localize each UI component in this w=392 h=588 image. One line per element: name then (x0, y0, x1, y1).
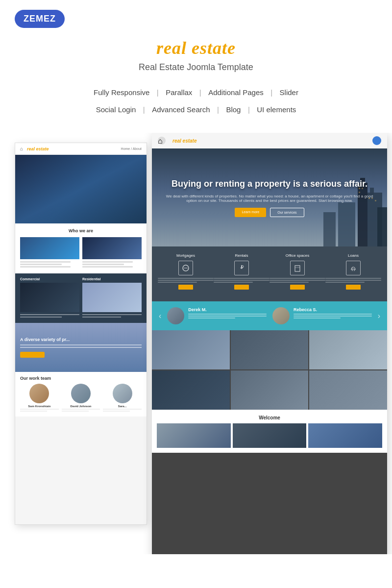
loans-icon (346, 261, 361, 275)
service-title-mortgages: Mortgages (158, 253, 214, 258)
parallax-sub-2 (20, 347, 142, 348)
left-who-title: Who we are (20, 228, 142, 233)
residential-label: Residential (82, 277, 142, 281)
left-res-text (82, 314, 142, 318)
left-text-line (20, 264, 62, 265)
text-line (82, 314, 142, 315)
testimonial-text-line (294, 314, 372, 315)
left-team: Our work team Sam Kronshtain David Johns… (15, 372, 147, 416)
text-line (20, 317, 62, 318)
svg-rect-4 (338, 202, 355, 246)
sep-4: | (143, 105, 145, 114)
member-text (62, 409, 100, 410)
text-line (270, 278, 325, 279)
testimonial-avatar-1 (167, 307, 184, 324)
right-nav: ⌂ real estate (152, 133, 387, 148)
left-hero (15, 155, 147, 223)
testimonial-avatar-2 (272, 307, 290, 324)
testimonial-name-1: Derek M. (188, 307, 267, 312)
parallax-title: A diverse variety of pr... (20, 337, 142, 342)
testimonial-content-2: Rebecca S. (294, 307, 372, 319)
member-name-1: Sam Kronshtain (20, 405, 59, 408)
left-hero-image (15, 155, 147, 223)
team-member-2: David Johnson (62, 384, 100, 413)
left-parallax: A diverse variety of pr... (15, 323, 147, 372)
office-btn[interactable] (290, 285, 305, 290)
left-text-group-2 (82, 261, 142, 268)
member-text (20, 411, 47, 412)
sep-5: | (217, 105, 219, 114)
text-line (214, 278, 270, 279)
gallery-img-4 (152, 370, 230, 410)
testimonials-section: ‹ Derek M. Rebecca S. › (152, 301, 387, 330)
text-line (158, 282, 197, 283)
svg-rect-16 (295, 266, 300, 271)
text-line (158, 278, 214, 279)
parallax-btn[interactable] (20, 352, 45, 358)
left-col-2 (82, 237, 142, 269)
gallery-img-5 (231, 370, 309, 410)
team-member-3: Sara... (103, 384, 142, 413)
rentals-text (214, 278, 270, 283)
welcome-img-3 (308, 423, 382, 448)
team-row: Sam Kronshtain David Johnson Sara... (20, 384, 142, 413)
text-line (325, 278, 381, 279)
service-mortgages: Mortgages (158, 253, 214, 290)
rentals-btn[interactable] (234, 285, 249, 290)
testimonial-next-arrow[interactable]: › (378, 312, 380, 320)
svg-rect-5 (377, 207, 387, 246)
left-text-group-1 (20, 261, 79, 268)
service-office: Office spaces (270, 253, 325, 290)
avatar-1 (29, 384, 49, 403)
feature-slider: Slider (280, 88, 298, 97)
feature-additional-pages: Additional Pages (208, 88, 264, 97)
left-text-line (82, 261, 133, 263)
welcome-images (157, 423, 382, 448)
text-line (20, 314, 79, 315)
member-name-2: David Johnson (62, 405, 100, 408)
service-rentals: Rentals (214, 253, 270, 290)
text-line (270, 280, 325, 281)
hero-btn-services[interactable]: Our services (270, 208, 304, 217)
mortgages-btn[interactable] (178, 285, 193, 290)
right-nav-logo: real estate (172, 138, 196, 144)
hero-btn-learn-more[interactable]: Learn more (235, 208, 266, 217)
right-hero-sub: We deal with different kinds of properti… (162, 194, 377, 203)
avatar-2 (71, 384, 91, 403)
text-line (270, 282, 309, 283)
office-icon (290, 261, 305, 275)
welcome-img-2 (233, 423, 307, 448)
title-section: real estate Real Estate Joomla Template (0, 33, 392, 75)
left-commercial: Commercial (20, 277, 79, 319)
zemez-logo[interactable]: ZEMEZ (15, 10, 65, 28)
testimonial-content-1: Derek M. (188, 307, 267, 319)
left-nav-links: Home / About (121, 147, 142, 150)
service-title-rentals: Rentals (214, 253, 270, 258)
bottom-fade (30, 495, 147, 524)
left-text-line (82, 266, 133, 268)
team-title: Our work team (20, 376, 142, 381)
right-hero-buttons: Learn more Our services (235, 208, 304, 217)
loans-text (325, 278, 381, 283)
text-line (82, 317, 121, 318)
testimonial-text-line (294, 316, 372, 317)
title-styled: estate (192, 38, 236, 58)
testimonial-prev-arrow[interactable]: ‹ (159, 312, 161, 320)
left-nav: ⌂ real estate Home / About (15, 143, 147, 155)
left-nav-logo: real estate (27, 147, 49, 151)
left-col-1 (20, 237, 79, 269)
gallery-img-2 (231, 330, 309, 369)
main-title: real estate (0, 38, 392, 58)
feature-ui-elements: UI elements (257, 105, 296, 114)
right-home-icon: ⌂ (158, 137, 166, 145)
screenshot-right: ⌂ real estate Buyin (152, 133, 387, 554)
member-text (20, 409, 59, 410)
loans-btn[interactable] (346, 285, 361, 290)
sep-6: | (248, 105, 250, 114)
avatar-3 (113, 384, 132, 403)
right-hero: Buying or renting a property is a seriou… (152, 148, 387, 246)
testimonial-text-line (294, 318, 341, 318)
welcome-img-1 (157, 423, 231, 448)
gallery-grid (152, 330, 387, 410)
gallery-img-6 (309, 370, 387, 410)
